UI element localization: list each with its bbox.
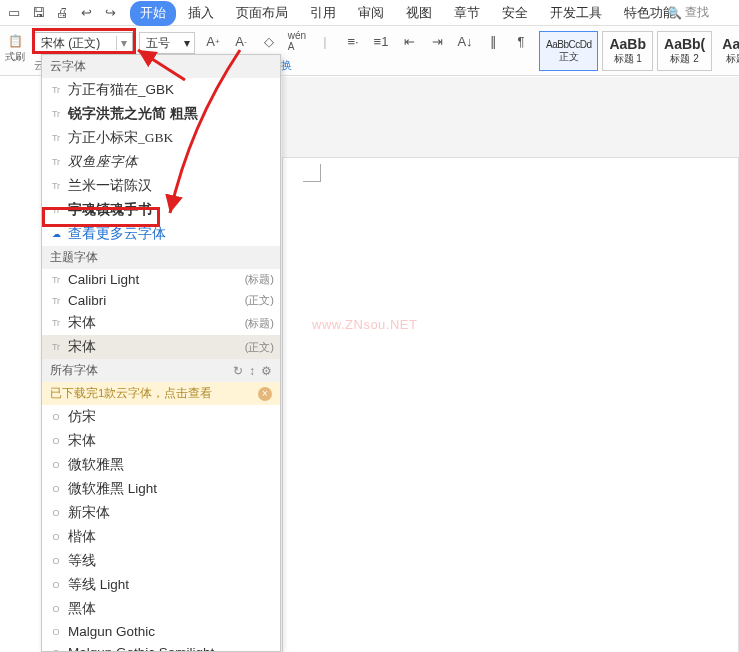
font-size-value: 五号: [146, 35, 170, 52]
cloud-font-item[interactable]: Tr方正有猫在_GBK: [42, 78, 280, 102]
o-icon: O: [50, 436, 62, 446]
phonetic-icon[interactable]: wénA: [288, 32, 306, 50]
search-box[interactable]: 🔍 查找: [667, 4, 709, 21]
tt-icon: Tr: [50, 275, 62, 285]
o-icon: O: [50, 532, 62, 542]
close-icon[interactable]: ×: [258, 387, 272, 401]
all-font-item[interactable]: O新宋体: [42, 501, 280, 525]
tab-insert[interactable]: 插入: [178, 1, 224, 26]
bullets-icon[interactable]: ≡·: [344, 32, 362, 50]
font-dropdown-panel: 云字体 Tr方正有猫在_GBK Tr锐字洪荒之光简 粗黑 Tr方正小标宋_GBK…: [41, 54, 281, 652]
o-icon: O: [50, 508, 62, 518]
section-theme-fonts: 主题字体: [42, 246, 280, 269]
refresh-icon[interactable]: ↻: [233, 364, 243, 378]
tt-icon: Tr: [50, 296, 62, 306]
sort-icon[interactable]: ↕: [249, 364, 255, 378]
qat-undo-icon[interactable]: ↩: [78, 5, 94, 21]
section-label: 云字体: [50, 58, 86, 75]
numbering-icon[interactable]: ≡1: [372, 32, 390, 50]
cloud-font-item[interactable]: Tr双鱼座字体: [42, 150, 280, 174]
all-font-item[interactable]: O仿宋: [42, 405, 280, 429]
clear-format-icon[interactable]: ◇: [260, 32, 278, 50]
tt-icon: Tr: [50, 85, 62, 95]
watermark: www.ZNsou.NET: [312, 317, 417, 332]
cloud-font-item[interactable]: Tr兰米一诺陈汉: [42, 174, 280, 198]
all-font-item[interactable]: O微软雅黑 Light: [42, 477, 280, 501]
style-name: 标题: [722, 52, 739, 66]
tab-security[interactable]: 安全: [492, 1, 538, 26]
section-label: 所有字体: [50, 362, 98, 379]
section-all-fonts: 所有字体 ↻ ↕ ⚙: [42, 359, 280, 382]
format-painter[interactable]: 📋 式刷: [0, 32, 30, 72]
tt-icon: Tr: [50, 205, 62, 215]
sort-icon[interactable]: A↓: [456, 32, 474, 50]
o-icon: O: [50, 604, 62, 614]
font-tools: A+ A- ◇ wénA | ≡· ≡1 ⇤ ⇥ A↓ ‖ ¶: [204, 32, 530, 50]
line-spacing-icon[interactable]: ‖: [484, 32, 502, 50]
document-page[interactable]: [282, 157, 739, 652]
chevron-down-icon[interactable]: ▾: [184, 36, 190, 50]
tab-start[interactable]: 开始: [130, 1, 176, 26]
chevron-down-icon[interactable]: ▾: [116, 36, 128, 50]
indent-inc-icon[interactable]: ⇥: [428, 32, 446, 50]
cloud-font-item[interactable]: Tr方正小标宋_GBK: [42, 126, 280, 150]
qat-print-icon[interactable]: 🖨: [54, 5, 70, 21]
style-normal[interactable]: AaBbCcDd 正文: [539, 31, 598, 71]
theme-font-item[interactable]: TrCalibri Light(标题): [42, 269, 280, 290]
theme-font-item[interactable]: Tr宋体(正文): [42, 335, 280, 359]
section-label: 主题字体: [50, 249, 98, 266]
style-sample: AaBb(: [664, 36, 705, 52]
download-notify-bar[interactable]: 已下载完1款云字体，点击查看 ×: [42, 382, 280, 405]
o-icon: O: [50, 412, 62, 422]
show-marks-icon[interactable]: ¶: [512, 32, 530, 50]
style-sample: AaBbCcDd: [546, 39, 591, 50]
tab-chapters[interactable]: 章节: [444, 1, 490, 26]
tt-icon: Tr: [50, 133, 62, 143]
theme-font-item[interactable]: TrCalibri(正文): [42, 290, 280, 311]
more-cloud-fonts-link[interactable]: ☁查看更多云字体: [42, 222, 280, 246]
all-font-item[interactable]: O等线 Light: [42, 573, 280, 597]
all-font-item[interactable]: O楷体: [42, 525, 280, 549]
o-icon: O: [50, 648, 62, 653]
separator: |: [316, 32, 334, 50]
all-font-item[interactable]: O宋体: [42, 429, 280, 453]
all-font-item[interactable]: OMalgun Gothic Semilight: [42, 642, 280, 652]
style-sample: AaBb: [609, 36, 646, 52]
grow-font-icon[interactable]: A+: [204, 32, 222, 50]
theme-font-item[interactable]: Tr宋体(标题): [42, 311, 280, 335]
styles-gallery: AaBbCcDd 正文 AaBb 标题 1 AaBb( 标题 2 AaB 标题: [539, 26, 739, 76]
o-icon: O: [50, 627, 62, 637]
tt-icon: Tr: [50, 181, 62, 191]
indent-dec-icon[interactable]: ⇤: [400, 32, 418, 50]
tab-pagelayout[interactable]: 页面布局: [226, 1, 298, 26]
style-heading1[interactable]: AaBb 标题 1: [602, 31, 653, 71]
qat-redo-icon[interactable]: ↪: [102, 5, 118, 21]
qat-save-icon[interactable]: 🖫: [30, 5, 46, 21]
all-font-item[interactable]: O黑体: [42, 597, 280, 621]
all-font-item[interactable]: OMalgun Gothic: [42, 621, 280, 642]
tab-devtools[interactable]: 开发工具: [540, 1, 612, 26]
all-font-item[interactable]: O等线: [42, 549, 280, 573]
style-heading2[interactable]: AaBb( 标题 2: [657, 31, 712, 71]
o-icon: O: [50, 484, 62, 494]
style-name: 标题 2: [664, 52, 705, 66]
qat-home-icon[interactable]: ▭: [6, 5, 22, 21]
ribbon-tabs: 开始 插入 页面布局 引用 审阅 视图 章节 安全 开发工具 特色功能: [130, 0, 686, 26]
font-size-combo[interactable]: 五号 ▾: [139, 32, 195, 54]
settings-icon[interactable]: ⚙: [261, 364, 272, 378]
tab-view[interactable]: 视图: [396, 1, 442, 26]
o-icon: O: [50, 556, 62, 566]
cloud-font-item[interactable]: Tr锐字洪荒之光简 粗黑: [42, 102, 280, 126]
tt-icon: Tr: [50, 109, 62, 119]
o-icon: O: [50, 580, 62, 590]
tab-review[interactable]: 审阅: [348, 1, 394, 26]
style-sample: AaB: [722, 36, 739, 52]
font-combo[interactable]: 宋体 (正文) ▾: [34, 32, 133, 54]
all-font-item[interactable]: O微软雅黑: [42, 453, 280, 477]
cloud-font-item[interactable]: Tr字魂镇魂手书: [42, 198, 280, 222]
tab-references[interactable]: 引用: [300, 1, 346, 26]
shrink-font-icon[interactable]: A-: [232, 32, 250, 50]
style-title[interactable]: AaB 标题: [716, 31, 739, 71]
search-placeholder: 查找: [685, 4, 709, 21]
font-controls: 宋体 (正文) ▾ 五号 ▾: [34, 32, 195, 54]
